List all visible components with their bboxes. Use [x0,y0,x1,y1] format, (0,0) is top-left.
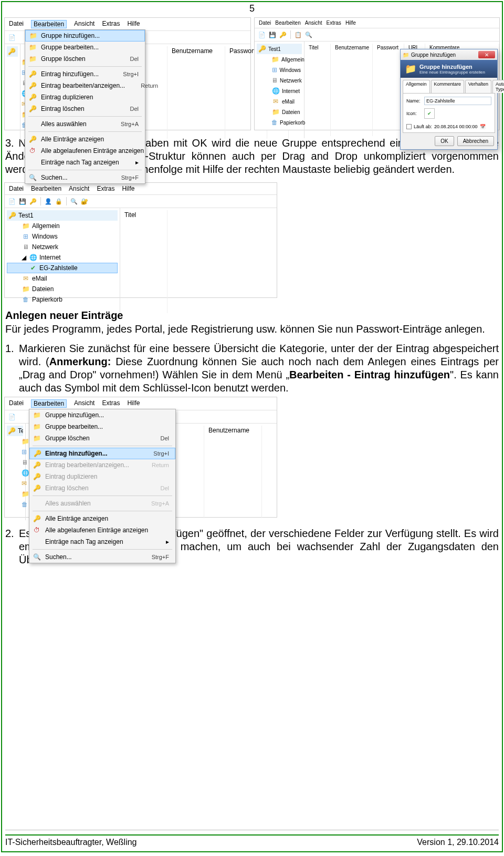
col-benutzer[interactable]: Benutzername [167,46,225,139]
menu-ansicht[interactable]: Ansicht [69,185,89,192]
menu-gruppe-hinzufuegen[interactable]: 📁 Gruppe hinzufügen... [29,409,175,421]
search-icon[interactable]: 🔍 [70,197,78,205]
col-titel[interactable]: Titel [120,210,167,313]
menu-hilfe[interactable]: Hilfe [127,20,140,28]
menu-hilfe[interactable]: Hilfe [122,185,134,192]
tree-netzwerk[interactable]: 🖥Netzwerk [257,75,302,86]
menu-tag-anzeigen[interactable]: Einträge nach Tag anzeigen▸ [29,536,175,548]
tree-allgemein[interactable]: 📁Allgemein [7,221,118,231]
menu-datei[interactable]: Datei [9,185,24,192]
menu-ansicht[interactable]: Ansicht [305,20,322,26]
toolbar: 📄 💾 🔑 📋 🔍 [255,28,499,42]
save-icon[interactable]: 💾 [18,197,27,205]
menu-bearbeiten[interactable]: Bearbeiten [275,20,300,26]
close-icon[interactable]: ✕ [478,51,495,58]
search-icon[interactable]: 🔍 [304,30,313,39]
cancel-button[interactable]: Abbrechen [457,136,494,146]
dialog-titlebar[interactable]: 📁 Gruppe hinzufügen ✕ [401,49,497,60]
menu-eintrag-duplizieren[interactable]: 🔑 Eintrag duplizieren [25,91,145,103]
menu-alle-anzeigen[interactable]: 🔑 Alle Einträge anzeigen [29,513,175,524]
folder-icon: 📁 [271,108,280,116]
lock-icon[interactable]: 🔐 [80,197,89,205]
keepass-window-left: Datei Bearbeiten Ansicht Extras Hilfe 📄 … [4,17,251,130]
menu-ansicht[interactable]: Ansicht [74,399,94,408]
tree-root[interactable]: 🔑Test [7,426,23,436]
tree-dateien[interactable]: 📁Dateien [257,107,302,117]
tree-email[interactable]: ✉eMail [7,273,118,284]
menu-datei[interactable]: Datei [9,399,24,408]
expire-picker-icon[interactable]: 📅 [480,124,486,129]
tree-root[interactable]: 🔑Test1 [257,44,302,54]
folder-icon: 📁 [22,285,30,293]
menu-alle-anzeigen[interactable]: 🔑 Alle Einträge anzeigen [25,133,145,145]
tab-allgemein[interactable]: Allgemein [403,80,430,93]
col-benutzer[interactable]: Benutzername [204,426,262,518]
tab-autotype[interactable]: Auto-Type [492,80,504,93]
menu-gruppe-hinzufuegen[interactable]: 📁 Gruppe hinzufügen... [25,30,145,42]
user-copy-icon[interactable]: 👤 [44,197,52,205]
menu-eintrag-loeschen: 🔑 Eintrag löschen Del [29,482,175,494]
tree-papierkorb[interactable]: 🗑Papierkorb [257,117,302,128]
tab-verhalten[interactable]: Verhalten [465,80,491,93]
new-icon[interactable]: 📄 [258,30,266,39]
tree-internet[interactable]: 🌐Internet [257,86,302,96]
expire-checkbox[interactable] [406,124,412,129]
tab-kommentare[interactable]: Kommentare [431,80,465,93]
pass-copy-icon[interactable]: 🔒 [55,197,63,205]
menu-abgelaufene-anzeigen[interactable]: ⏱ Alle abgelaufenen Einträge anzeigen [25,145,145,157]
key-icon[interactable]: 🔑 [29,197,37,205]
list-header: Titel [120,208,277,315]
menu-suchen[interactable]: 🔍 Suchen... Strg+F [29,551,175,563]
menu-gruppe-bearbeiten[interactable]: 📁 Gruppe bearbeiten... [29,421,175,432]
menu-eintrag-hinzufuegen[interactable]: 🔑 Eintrag hinzufügen... Strg+I [25,68,145,80]
menu-datei[interactable]: Datei [9,20,24,28]
menu-eintrag-bearbeiten[interactable]: 🔑 Eintrag bearbeiten/anzeigen... Return [25,80,145,91]
menu-hilfe[interactable]: Hilfe [127,399,140,408]
menu-eintrag-loeschen[interactable]: 🔑 Eintrag löschen Del [25,103,145,115]
tree-papierkorb[interactable]: 🗑Papierkorb [7,294,118,305]
icon-picker[interactable]: ✔ [424,108,435,119]
save-icon[interactable]: 💾 [268,30,277,39]
menu-eintrag-hinzufuegen[interactable]: 🔑 Eintrag hinzufügen... Strg+I [29,448,175,459]
menu-gruppe-loeschen[interactable]: 📁 Gruppe löschen Del [25,53,145,65]
check-icon: ✔ [427,111,432,116]
menu-extras[interactable]: Extras [102,399,120,408]
tree-eg-zahlstelle[interactable]: ✔EG-Zahlstelle [7,263,118,273]
tree-root[interactable]: 🔑Test [7,46,18,57]
tree-windows[interactable]: ⊞Windows [7,231,118,242]
tree-allgemein[interactable]: 📁Allgemein [257,54,302,65]
menu-extras[interactable]: Extras [102,20,120,28]
menu-ansicht[interactable]: Ansicht [74,20,94,28]
db-icon: 🔑 [258,45,266,53]
menu-extras[interactable]: Extras [327,20,341,26]
menu-extras[interactable]: Extras [97,185,114,192]
tree-root[interactable]: 🔑Test1 [7,210,118,221]
col-benutzer[interactable]: Benutzername [331,44,373,136]
expire-value[interactable]: 20.08.2014 00:00:00 [434,124,478,129]
copy-icon[interactable]: 📋 [294,30,302,39]
menu-gruppe-loeschen[interactable]: 📁 Gruppe löschen Del [29,432,175,444]
menu-hilfe[interactable]: Hilfe [345,20,356,26]
menu-bearbeiten[interactable]: Bearbeiten [31,20,67,28]
tree-netzwerk[interactable]: 🖥Netzwerk [7,242,118,252]
col-passwort[interactable]: Passwort [373,44,404,136]
new-icon[interactable]: 📄 [8,197,16,205]
menu-gruppe-bearbeiten[interactable]: 📁 Gruppe bearbeiten... [25,42,145,53]
menu-suchen[interactable]: 🔍 Suchen... Strg+F [25,172,145,183]
col-titel[interactable]: Titel [304,44,331,136]
menu-tag-anzeigen[interactable]: Einträge nach Tag anzeigen▸ [25,157,145,168]
tree-internet[interactable]: ◢🌐Internet [7,252,118,263]
menu-alles-auswaehlen[interactable]: Alles auswählen Strg+A [25,118,145,130]
name-input[interactable]: EG-Zahlstelle [424,97,491,105]
key-icon[interactable]: 🔑 [279,30,287,39]
new-icon[interactable]: 📄 [8,412,16,421]
menu-abgelaufene-anzeigen[interactable]: ⏱ Alle abgelaufenen Einträge anzeigen [29,524,175,536]
menu-datei[interactable]: Datei [259,20,271,26]
menu-bearbeiten[interactable]: Bearbeiten [31,185,61,192]
new-icon[interactable]: 📄 [8,33,16,42]
menu-bearbeiten[interactable]: Bearbeiten [31,399,67,408]
ok-button[interactable]: OK [435,136,454,146]
tree-email[interactable]: ✉eMail [257,96,302,107]
tree-windows[interactable]: ⊞Windows [257,65,302,75]
tree-dateien[interactable]: 📁Dateien [7,284,118,294]
